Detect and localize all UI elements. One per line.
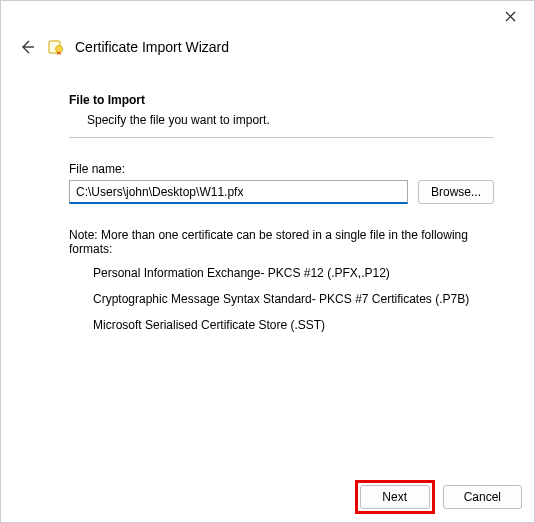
browse-button[interactable]: Browse... (418, 180, 494, 204)
titlebar (1, 1, 534, 31)
back-button[interactable] (17, 37, 37, 57)
section-description: Specify the file you want to import. (87, 113, 494, 127)
close-button[interactable] (494, 2, 526, 30)
format-item: Personal Information Exchange- PKCS #12 … (93, 266, 494, 280)
note-intro: Note: More than one certificate can be s… (69, 228, 494, 256)
section-heading: File to Import (69, 93, 494, 107)
format-list: Personal Information Exchange- PKCS #12 … (93, 266, 494, 332)
filename-label: File name: (69, 162, 494, 176)
format-item: Cryptographic Message Syntax Standard- P… (93, 292, 494, 306)
file-row: Browse... (69, 180, 494, 204)
svg-point-1 (56, 46, 63, 53)
divider (69, 137, 494, 138)
certificate-icon (47, 38, 65, 56)
next-button[interactable]: Next (360, 485, 430, 509)
next-highlight: Next (355, 480, 435, 514)
back-arrow-icon (19, 39, 35, 55)
close-icon (505, 11, 516, 22)
content-area: File to Import Specify the file you want… (1, 93, 534, 332)
page-title: Certificate Import Wizard (75, 39, 229, 55)
filename-input[interactable] (69, 180, 408, 204)
header: Certificate Import Wizard (1, 31, 534, 75)
format-item: Microsoft Serialised Certificate Store (… (93, 318, 494, 332)
footer: Next Cancel (355, 480, 522, 514)
cancel-button[interactable]: Cancel (443, 485, 522, 509)
